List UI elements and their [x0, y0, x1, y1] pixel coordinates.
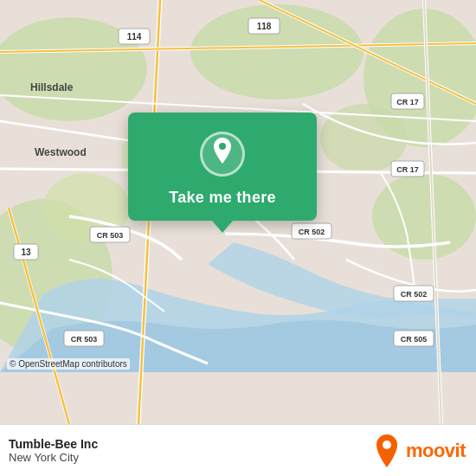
svg-text:CR 17: CR 17 [396, 165, 419, 174]
svg-text:118: 118 [257, 22, 272, 31]
location-pin-icon [211, 138, 234, 167]
svg-text:CR 502: CR 502 [299, 228, 325, 236]
moovit-logo[interactable]: moovit [373, 434, 466, 467]
place-location: New York City [9, 451, 98, 464]
svg-text:CR 502: CR 502 [401, 290, 428, 299]
place-info: Tumble-Bee Inc New York City [9, 437, 98, 464]
svg-text:114: 114 [127, 32, 142, 42]
svg-text:13: 13 [21, 248, 31, 257]
svg-text:Hillsdale: Hillsdale [30, 81, 74, 93]
svg-text:CR 503: CR 503 [71, 335, 98, 344]
take-me-there-label: Take me there [169, 189, 276, 207]
osm-credit: © OpenStreetMap contributors [7, 358, 130, 370]
moovit-brand-text: moovit [406, 440, 466, 462]
map-container: 114 118 CR 17 CR 17 CR 502 CR 502 CR 503… [0, 0, 476, 424]
svg-point-46 [383, 441, 391, 449]
svg-text:CR 505: CR 505 [401, 335, 428, 344]
take-me-there-popup[interactable]: Take me there [128, 113, 317, 221]
svg-text:CR 503: CR 503 [97, 231, 124, 240]
svg-point-45 [219, 143, 226, 150]
place-name: Tumble-Bee Inc [9, 437, 98, 451]
bottom-bar: Tumble-Bee Inc New York City moovit [0, 424, 476, 476]
svg-text:CR 17: CR 17 [396, 98, 419, 106]
moovit-pin-icon [373, 434, 401, 467]
popup-icon-circle [200, 132, 245, 177]
svg-text:Westwood: Westwood [35, 146, 87, 158]
